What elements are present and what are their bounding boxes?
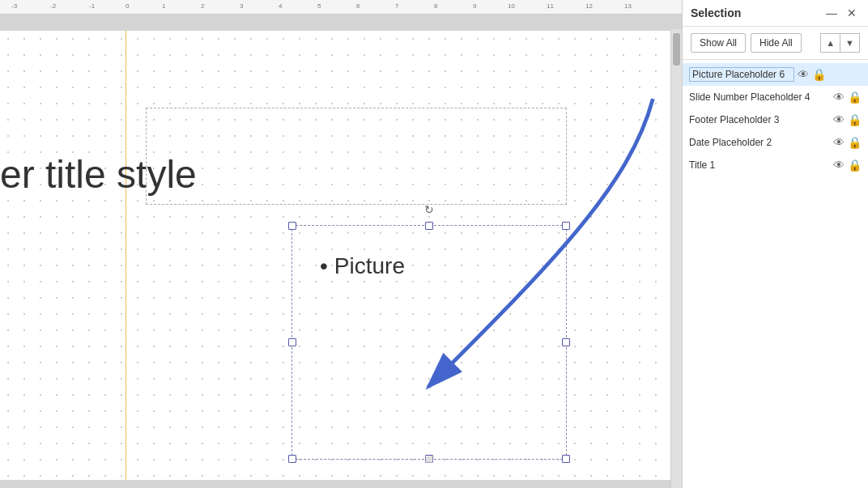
layer-name-5: Title 1 [689, 159, 830, 171]
canvas-area: -3 -2 -1 0 1 2 3 4 5 6 7 8 9 10 11 12 13… [0, 0, 682, 488]
picture-mini-icon: ⬜ [425, 456, 433, 463]
layer-item-5[interactable]: Title 1 👁 🔒 [683, 154, 868, 176]
layer-visibility-icon-2[interactable]: 👁 [833, 91, 845, 104]
panel-actions: Show All Hide All ▲ ▼ [683, 27, 868, 60]
scrollbar-right[interactable] [670, 29, 682, 488]
slide-surface: er title style ↻ [0, 15, 682, 488]
handle-bottom-center[interactable]: ⬜ [425, 455, 433, 463]
show-all-button[interactable]: Show All [691, 33, 746, 53]
panel-collapse-button[interactable]: — [823, 5, 840, 21]
handle-top-center[interactable] [425, 222, 433, 230]
handle-middle-right[interactable] [562, 338, 570, 346]
handle-bottom-left[interactable] [288, 455, 296, 463]
layer-name-4: Date Placeholder 2 [689, 137, 830, 148]
layer-lock-icon-1[interactable]: 🔒 [812, 68, 826, 81]
handle-top-right[interactable] [562, 222, 570, 230]
panel-header-buttons: — ✕ [823, 5, 860, 21]
handle-middle-left[interactable] [288, 338, 296, 346]
placeholder-inner: ↻ ⬜ [292, 226, 566, 459]
rotate-handle[interactable]: ↻ [421, 202, 437, 218]
layer-lock-icon-2[interactable]: 🔒 [848, 91, 862, 104]
handle-top-left[interactable] [288, 222, 296, 230]
selected-placeholder[interactable]: ↻ ⬜ [291, 225, 567, 460]
ruler-top: -3 -2 -1 0 1 2 3 4 5 6 7 8 9 10 11 12 13 [0, 0, 682, 15]
layer-item-4[interactable]: Date Placeholder 2 👁 🔒 [683, 131, 868, 154]
layer-name-3: Footer Placeholder 3 [689, 114, 830, 125]
layer-item-2[interactable]: Slide Number Placeholder 4 👁 🔒 [683, 86, 868, 108]
hide-all-button[interactable]: Hide All [751, 33, 802, 53]
slide-title-text: er title style [0, 152, 197, 197]
slide-page: er title style ↻ [0, 31, 670, 480]
orange-guideline [126, 31, 126, 480]
scrollbar-thumb[interactable] [673, 33, 680, 66]
layer-name-input-1[interactable] [689, 67, 794, 82]
panel-title: Selection [691, 6, 741, 19]
layer-lock-icon-4[interactable]: 🔒 [848, 136, 862, 149]
layer-item-3[interactable]: Footer Placeholder 3 👁 🔒 [683, 108, 868, 131]
panel-nav: ▲ ▼ [820, 33, 860, 53]
selection-panel: Selection — ✕ Show All Hide All ▲ ▼ 👁 🔒 … [682, 0, 868, 488]
layer-lock-icon-3[interactable]: 🔒 [848, 113, 862, 126]
layer-visibility-icon-1[interactable]: 👁 [798, 68, 809, 81]
nav-down-button[interactable]: ▼ [840, 33, 860, 53]
layer-visibility-icon-4[interactable]: 👁 [833, 136, 845, 149]
handle-bottom-right[interactable] [562, 455, 570, 463]
layer-visibility-icon-5[interactable]: 👁 [833, 159, 845, 172]
layer-lock-icon-5[interactable]: 🔒 [848, 159, 862, 172]
layer-visibility-icon-3[interactable]: 👁 [833, 113, 845, 126]
panel-close-button[interactable]: ✕ [844, 5, 860, 21]
nav-up-button[interactable]: ▲ [820, 33, 840, 53]
upper-placeholder-box [146, 108, 567, 205]
layer-list: 👁 🔒 Slide Number Placeholder 4 👁 🔒 Foote… [683, 60, 868, 488]
layer-name-2: Slide Number Placeholder 4 [689, 91, 830, 103]
panel-header: Selection — ✕ [683, 0, 868, 27]
layer-item-1[interactable]: 👁 🔒 [683, 63, 868, 86]
